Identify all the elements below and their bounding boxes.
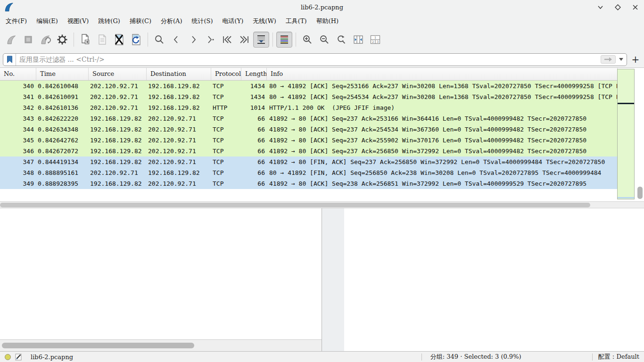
column-header-no[interactable]: No. — [0, 68, 36, 80]
start-capture-button[interactable] — [3, 32, 19, 48]
zoom-out-icon — [319, 34, 330, 45]
table-row-selected[interactable]: 3470.844419134192.168.129.82202.120.92.7… — [0, 156, 618, 167]
previous-packet-button[interactable] — [168, 32, 184, 48]
table-row[interactable]: 3460.842672072192.168.129.82202.120.92.7… — [0, 146, 618, 156]
first-packet-icon — [222, 35, 232, 44]
display-filter-field[interactable] — [3, 53, 627, 66]
stop-icon — [23, 34, 33, 45]
menu-help[interactable]: 帮助(H) — [312, 15, 343, 27]
zoom-out-button[interactable] — [316, 32, 332, 48]
gear-icon — [56, 33, 68, 46]
layout-icon: 123 — [370, 35, 381, 44]
intelligent-scrollbar-minimap[interactable] — [617, 69, 635, 199]
close-file-button[interactable] — [111, 32, 127, 48]
packet-details-pane — [0, 208, 322, 351]
zoom-in-icon — [302, 34, 313, 45]
column-header-protocol[interactable]: Protocol — [211, 68, 241, 80]
maximize-icon[interactable] — [615, 4, 621, 10]
zoom-in-button[interactable] — [299, 32, 315, 48]
search-icon — [154, 34, 165, 45]
table-row[interactable]: 3400.842610048202.120.92.71192.168.129.8… — [0, 81, 618, 91]
reload-file-button[interactable] — [128, 32, 144, 48]
status-bar: lib6-2.pcapng 分组: 349 · Selected: 3 (0.9… — [0, 351, 644, 362]
status-profile[interactable]: 配置：Default — [593, 353, 639, 361]
zoom-reset-button[interactable] — [333, 32, 349, 48]
last-packet-button[interactable] — [236, 32, 252, 48]
table-row[interactable]: 3440.842634348192.168.129.82202.120.92.7… — [0, 124, 618, 135]
first-packet-button[interactable] — [219, 32, 235, 48]
table-row[interactable]: 3430.842622220192.168.129.82202.120.92.7… — [0, 113, 618, 124]
packet-list-hscrollbar[interactable] — [0, 201, 644, 208]
save-file-button[interactable] — [94, 32, 110, 48]
status-packet-count: 分组: 349 · Selected: 3 (0.9%) — [422, 353, 592, 361]
status-filename: lib6-2.pcapng — [31, 354, 73, 361]
bookmark-icon[interactable] — [3, 54, 16, 66]
capture-comment-icon[interactable] — [15, 354, 22, 361]
open-file-icon — [80, 33, 91, 46]
minimize-icon[interactable] — [597, 4, 603, 10]
column-header-destination[interactable]: Destination — [147, 68, 211, 80]
filter-input[interactable] — [16, 54, 601, 66]
column-header-source[interactable]: Source — [89, 68, 147, 80]
column-header-info[interactable]: Info — [267, 68, 618, 80]
table-row-selected[interactable]: 3490.888928395192.168.129.82202.120.92.7… — [0, 178, 618, 189]
go-to-packet-button[interactable] — [202, 32, 218, 48]
resize-columns-button[interactable] — [350, 32, 366, 48]
table-row[interactable]: 3410.842610091202.120.92.71192.168.129.8… — [0, 91, 618, 102]
column-header-length[interactable]: Length — [241, 68, 267, 80]
auto-scroll-toggle[interactable] — [253, 32, 269, 48]
filter-dropdown-chevron[interactable] — [617, 58, 625, 61]
find-packet-button[interactable] — [151, 32, 167, 48]
details-hscrollbar-thumb[interactable] — [2, 343, 194, 348]
packet-details-content — [0, 208, 322, 339]
table-row-selected[interactable]: 3480.888895161202.120.92.71192.168.129.8… — [0, 167, 618, 178]
add-filter-button[interactable]: + — [630, 54, 641, 65]
layout-button[interactable]: 123 — [367, 32, 383, 48]
table-row[interactable]: 3450.842642762192.168.129.82202.120.92.7… — [0, 135, 618, 146]
reload-file-icon — [131, 33, 142, 46]
pane-splitter[interactable] — [322, 208, 344, 351]
colorize-toggle[interactable] — [276, 32, 292, 48]
packet-list-header: No. Time Source Destination Protocol Len… — [0, 68, 618, 81]
menu-view[interactable]: 视图(V) — [63, 15, 94, 27]
toolbar-separator — [74, 33, 74, 47]
open-file-button[interactable] — [77, 32, 93, 48]
restart-capture-button[interactable] — [37, 32, 53, 48]
hscrollbar-thumb[interactable] — [0, 203, 590, 207]
chevron-right-icon — [189, 35, 198, 44]
table-row[interactable]: 3420.842610136202.120.92.71192.168.129.8… — [0, 102, 618, 113]
minimap-selection — [618, 197, 634, 198]
title-bar: lib6-2.pcapng — [0, 0, 644, 14]
zoom-reset-icon — [336, 34, 347, 45]
column-header-time[interactable]: Time — [36, 68, 89, 80]
menu-capture[interactable]: 捕获(C) — [125, 15, 156, 27]
chevron-left-icon — [172, 35, 181, 44]
minimap-marker — [618, 103, 634, 104]
vertical-scrollbar-thumb[interactable] — [637, 187, 643, 199]
toolbar-separator — [296, 33, 296, 47]
menu-bar: 文件(F) 编辑(E) 视图(V) 跳转(G) 捕获(C) 分析(A) 统计(S… — [0, 14, 644, 28]
window-title: lib6-2.pcapng — [0, 4, 644, 11]
restart-icon — [40, 34, 51, 45]
apply-filter-button[interactable] — [601, 55, 616, 64]
main-toolbar: 123 — [0, 28, 644, 51]
menu-telephony[interactable]: 电话(Y) — [218, 15, 248, 27]
shark-fin-icon — [6, 34, 17, 45]
menu-file[interactable]: 文件(F) — [1, 15, 32, 27]
menu-wireless[interactable]: 无线(W) — [248, 15, 281, 27]
details-hscrollbar[interactable] — [0, 339, 322, 351]
menu-go[interactable]: 跳转(G) — [93, 15, 125, 27]
last-packet-icon — [239, 35, 249, 44]
stop-capture-button[interactable] — [20, 32, 36, 48]
next-packet-button[interactable] — [185, 32, 201, 48]
expert-info-icon[interactable] — [5, 354, 11, 360]
menu-edit[interactable]: 编辑(E) — [32, 15, 63, 27]
menu-analyze[interactable]: 分析(A) — [156, 15, 187, 27]
svg-text:2: 2 — [372, 40, 374, 44]
close-file-icon — [114, 33, 125, 46]
menu-tools[interactable]: 工具(T) — [281, 15, 312, 27]
capture-options-button[interactable] — [54, 32, 70, 48]
close-icon[interactable] — [632, 4, 638, 10]
colorize-icon — [280, 35, 289, 44]
menu-statistics[interactable]: 统计(S) — [187, 15, 218, 27]
